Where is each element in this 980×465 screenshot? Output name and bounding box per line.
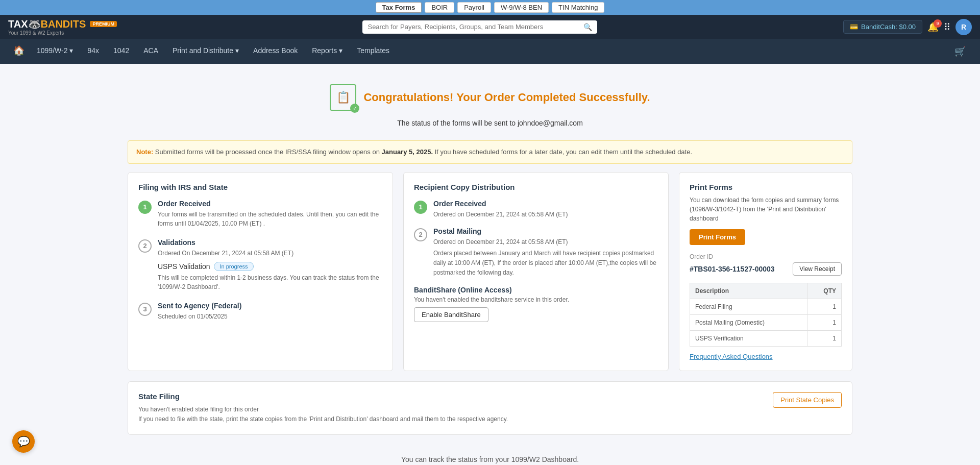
step2-desc: Ordered On December 21, 2024 at 05:58 AM…: [158, 249, 382, 258]
notification-badge: 9: [934, 19, 942, 28]
bandit-share-title: BanditShare (Online Access): [414, 286, 658, 294]
search-area: 🔍: [125, 20, 835, 34]
note-label: Note:: [136, 148, 153, 156]
row3-qty: 1: [807, 330, 842, 346]
nav-home[interactable]: 🏠: [8, 39, 30, 64]
logo-text: TAX🦝BANDITS: [8, 18, 86, 30]
success-text: Congratulations! Your Order Completed Su…: [363, 91, 650, 104]
step-order-received: 1 Order Received Your forms will be tran…: [138, 200, 382, 228]
order-id-value: #TBS01-356-11527-00003: [690, 265, 775, 273]
step3-body: Sent to Agency (Federal) Scheduled on 01…: [158, 302, 241, 321]
main-content: 📋 ✓ Congratulations! Your Order Complete…: [117, 64, 863, 465]
view-receipt-button[interactable]: View Receipt: [793, 262, 842, 276]
rc-step1-num: 1: [414, 201, 427, 214]
rc-step2-title: Postal Mailing: [433, 227, 658, 235]
bandit-share-section: BanditShare (Online Access) You haven't …: [414, 286, 658, 322]
step1-title: Order Received: [158, 200, 382, 208]
col-description: Description: [690, 283, 807, 299]
table-row: USPS Verification 1: [690, 330, 842, 346]
note-date: January 5, 2025.: [382, 148, 433, 156]
step1-body: Order Received Your forms will be transm…: [158, 200, 382, 228]
header-right: 💳 BanditCash: $0.00 🔔 9 ⠿ R: [843, 19, 972, 35]
rc-postal-note: Orders placed between January and March …: [433, 249, 658, 278]
print-forms-button[interactable]: Print Forms: [690, 229, 745, 245]
step2-extra-desc: This will be completed within 1-2 busine…: [158, 273, 382, 291]
step3-num: 3: [138, 303, 152, 316]
success-title: Congratulations! Your Order Completed Su…: [363, 91, 650, 104]
bandit-share-desc: You haven't enabled the banditshare serv…: [414, 296, 658, 303]
filing-irs-title: Filing with IRS and State: [138, 183, 382, 191]
dashboard-text: You can track the status from your 1099/…: [128, 455, 852, 463]
state-filing-line1: You haven't enabled state filing for thi…: [138, 405, 508, 414]
rc-order-received: 1 Order Received Ordered on December 21,…: [414, 200, 658, 219]
faq-link[interactable]: Frequently Asked Questions: [690, 353, 773, 360]
row1-qty: 1: [807, 299, 842, 314]
table-row: Federal Filing 1: [690, 299, 842, 314]
nav-templates[interactable]: Templates: [350, 40, 397, 62]
recipient-copy-title: Recipient Copy Distribution: [414, 183, 658, 191]
rc-step1-desc: Ordered on December 21, 2024 at 05:58 AM…: [433, 210, 568, 219]
step-list-irs: 1 Order Received Your forms will be tran…: [138, 200, 382, 321]
nav-address-book[interactable]: Address Book: [246, 40, 305, 62]
print-forms-title: Print Forms: [690, 183, 842, 191]
success-check-icon: ✓: [350, 104, 359, 113]
row1-desc: Federal Filing: [690, 299, 807, 314]
print-state-copies-button[interactable]: Print State Copies: [773, 392, 842, 408]
success-banner: 📋 ✓ Congratulations! Your Order Complete…: [128, 74, 852, 132]
chat-bubble[interactable]: 💬: [12, 430, 35, 453]
notifications-button[interactable]: 🔔 9: [927, 21, 939, 33]
nav-1099w2[interactable]: 1099/W-2 ▾: [30, 40, 80, 62]
three-col-layout: Filing with IRS and State 1 Order Receiv…: [128, 172, 852, 371]
nav-reports[interactable]: Reports ▾: [305, 40, 350, 62]
row3-desc: USPS Verification: [690, 330, 807, 346]
search-icon[interactable]: 🔍: [583, 23, 592, 31]
step2-title: Validations: [158, 238, 382, 247]
topbar-w9[interactable]: W-9/W-8 BEN: [494, 2, 549, 13]
dashboard-section: You can track the status from your 1099/…: [128, 445, 852, 465]
print-forms-desc: You can download the form copies and sum…: [690, 195, 842, 223]
topbar-tin[interactable]: TIN Matching: [552, 2, 604, 13]
nav-print-distribute[interactable]: Print and Distribute ▾: [165, 40, 246, 62]
step1-desc: Your forms will be transmitted on the sc…: [158, 210, 382, 228]
order-id-section: Order ID #TBS01-356-11527-00003 View Rec…: [690, 253, 842, 276]
rc-step2-body: Postal Mailing Ordered on December 21, 2…: [433, 227, 658, 278]
step2-num: 2: [138, 239, 152, 253]
note-bar: Note: Submitted forms will be processed …: [128, 140, 852, 164]
nav-bar: 🏠 1099/W-2 ▾ 94x 1042 ACA Print and Dist…: [0, 39, 980, 64]
logo[interactable]: TAX🦝BANDITS PREMIUM Your 1099 & W2 Exper…: [8, 18, 117, 36]
nav-1042[interactable]: 1042: [106, 40, 136, 62]
table-row: Postal Mailing (Domestic) 1: [690, 314, 842, 330]
usps-validation-label: USPS Validation: [158, 262, 210, 271]
order-id-row: #TBS01-356-11527-00003 View Receipt: [690, 262, 842, 276]
avatar[interactable]: R: [955, 19, 972, 35]
topbar-tax-forms[interactable]: Tax Forms: [376, 2, 422, 13]
state-filing-left: State Filing You haven't enabled state f…: [138, 392, 508, 424]
status-badge-inprogress: In progress: [214, 262, 253, 271]
topbar-boir[interactable]: BOIR: [425, 2, 454, 13]
bandit-cash[interactable]: 💳 BanditCash: $0.00: [843, 20, 922, 34]
step1-num: 1: [138, 201, 152, 214]
rc-step2-desc: Ordered on December 21, 2024 at 05:58 AM…: [433, 237, 658, 247]
nav-94x[interactable]: 94x: [80, 40, 106, 62]
step2-body: Validations Ordered On December 21, 2024…: [158, 238, 382, 291]
logo-sub: Your 1099 & W2 Experts: [8, 30, 64, 36]
rc-step1-title: Order Received: [433, 200, 568, 208]
enable-banditshare-button[interactable]: Enable BanditShare: [414, 307, 488, 322]
success-subtitle: The status of the forms will be sent to …: [397, 119, 583, 127]
row2-desc: Postal Mailing (Domestic): [690, 314, 807, 330]
apps-button[interactable]: ⠿: [944, 21, 950, 33]
state-filing-card: State Filing You haven't enabled state f…: [128, 381, 852, 435]
step3-title: Sent to Agency (Federal): [158, 302, 241, 310]
row2-qty: 1: [807, 314, 842, 330]
nav-aca[interactable]: ACA: [136, 40, 165, 62]
bandit-cash-icon: 💳: [850, 23, 858, 31]
recipient-copy-card: Recipient Copy Distribution 1 Order Rece…: [403, 172, 669, 371]
nav-cart[interactable]: 🛒: [948, 40, 972, 63]
topbar-payroll[interactable]: Payroll: [457, 2, 491, 13]
step-validations: 2 Validations Ordered On December 21, 20…: [138, 238, 382, 291]
order-id-label: Order ID: [690, 253, 842, 260]
bandit-cash-label: BanditCash: $0.00: [861, 23, 916, 31]
rc-postal-mailing: 2 Postal Mailing Ordered on December 21,…: [414, 227, 658, 278]
search-input[interactable]: [368, 23, 579, 31]
header: TAX🦝BANDITS PREMIUM Your 1099 & W2 Exper…: [0, 15, 980, 39]
